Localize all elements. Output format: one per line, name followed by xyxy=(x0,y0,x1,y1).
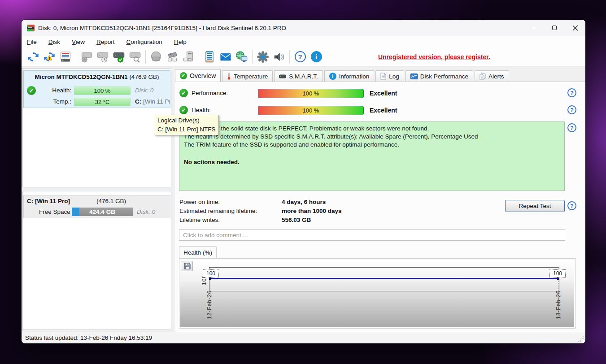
no-action-text: No actions needed. xyxy=(184,158,560,166)
minimize-button[interactable] xyxy=(523,20,544,36)
comment-input[interactable] xyxy=(179,229,565,241)
menu-file[interactable]: File xyxy=(27,39,37,45)
performance-help-icon[interactable]: ? xyxy=(567,88,576,97)
menu-view[interactable]: View xyxy=(72,39,85,45)
disk-seek-icon[interactable] xyxy=(127,49,143,65)
help-icon[interactable]: ? xyxy=(292,49,308,65)
chart-tab-health[interactable]: Health (%) xyxy=(179,246,217,259)
free-space-label: Free Space xyxy=(39,208,70,215)
detail-label: Lifetime writes: xyxy=(179,217,220,223)
toolbar: ? i Unregistered version, please registe… xyxy=(22,48,585,66)
thermometer-icon xyxy=(227,73,231,80)
health-chart-panel: 100 100 100 12-Feb-26 13-Feb-26 xyxy=(179,258,575,329)
alerts-pages-icon xyxy=(480,73,486,80)
tab-smart[interactable]: S.M.A.R.T. xyxy=(274,70,323,82)
refresh-warning-icon[interactable] xyxy=(41,49,57,65)
disk-clock-icon[interactable] xyxy=(95,49,111,65)
disk-insert-icon[interactable] xyxy=(180,49,196,65)
refresh-icon[interactable] xyxy=(25,49,41,65)
temp-label: Temp.: xyxy=(40,98,71,105)
status-line: The health of the solid state disk is PE… xyxy=(184,125,560,133)
info-icon[interactable]: i xyxy=(308,49,324,65)
network-icon[interactable] xyxy=(234,49,250,65)
disk-test-ok-icon[interactable] xyxy=(111,49,127,65)
disk-volume-ref: C: [Win 11 Pro] xyxy=(135,98,170,105)
volume-disk-number: Disk: 0 xyxy=(137,208,155,215)
toolbar-separator xyxy=(199,50,199,64)
toolbar-separator xyxy=(289,50,290,64)
resize-grip[interactable] xyxy=(577,335,584,342)
chart-xtick-label: 13-Feb-26 xyxy=(555,290,562,319)
health-status-textbox: The health of the solid state disk is PE… xyxy=(179,121,565,191)
menu-help[interactable]: Help xyxy=(174,39,187,45)
chart-point-marker xyxy=(209,277,211,280)
chart-plot-area xyxy=(209,267,559,291)
disk-acoustic-icon[interactable] xyxy=(78,49,95,65)
tab-label: Information xyxy=(339,73,370,80)
disk-list-item-selected[interactable]: Micron MTFDKCD512QGN-1BN1 (476.9 GB) ✓ H… xyxy=(23,70,170,108)
drive-letter: C: xyxy=(135,98,141,105)
repeat-test-button[interactable]: Repeat Test xyxy=(505,200,565,212)
log-page-icon xyxy=(380,73,386,80)
maximize-button[interactable] xyxy=(544,20,565,36)
overview-panel: ✓ Performance: 100 % Excellent ? ✓ Healt… xyxy=(175,82,585,332)
health-help-icon[interactable]: ? xyxy=(567,105,576,114)
disk-size: (476.9 GB) xyxy=(129,74,159,80)
menu-bar: File Disk View Report Configuration Help xyxy=(22,36,585,48)
tab-temperature[interactable]: Temperature xyxy=(222,70,273,82)
email-icon[interactable] xyxy=(218,49,234,65)
health-check-icon: ✓ xyxy=(179,106,188,114)
disk-icon xyxy=(279,74,286,78)
health-history-chart: 100 100 100 12-Feb-26 13-Feb-26 xyxy=(180,260,574,327)
unregistered-link[interactable]: Unregistered version, please register. xyxy=(378,53,490,61)
detail-value: 4 days, 6 hours xyxy=(282,199,326,205)
temp-bar: 32 °C xyxy=(74,98,131,106)
status-line: The health is determined by SSD specific… xyxy=(184,133,560,141)
volume-size: (476.1 GB) xyxy=(96,198,126,204)
toolbar-separator xyxy=(145,50,146,64)
menu-disk[interactable]: Disk xyxy=(48,39,60,45)
tab-information[interactable]: i Information xyxy=(324,70,375,82)
settings-gear-icon[interactable] xyxy=(255,49,271,65)
title-bar: Disk: 0, Micron MTFDKCD512QGN-1BN1 [2516… xyxy=(22,20,585,36)
disk-remove-icon[interactable] xyxy=(164,49,180,65)
health-row-label: Health: xyxy=(192,107,211,113)
health-gauge: 100 % xyxy=(258,106,364,115)
tooltip-line: Logical Drive(s) xyxy=(157,116,216,125)
report-icon[interactable] xyxy=(57,49,74,65)
sounds-speaker-icon[interactable] xyxy=(271,49,287,65)
status-help-icon[interactable]: ? xyxy=(567,123,576,132)
health-label: Health: xyxy=(40,87,71,94)
tab-label: Disk Performance xyxy=(420,73,468,80)
menu-report[interactable]: Report xyxy=(96,39,115,45)
disk-status-check-icon: ✓ xyxy=(27,86,36,95)
disk-list-panel: Micron MTFDKCD512QGN-1BN1 (476.9 GB) ✓ H… xyxy=(22,68,171,187)
performance-gauge: 100 % xyxy=(258,89,364,98)
tab-label: S.M.A.R.T. xyxy=(289,73,318,80)
tab-disk-performance[interactable]: Disk Performance xyxy=(405,70,473,82)
disk-item-title: Micron MTFDKCD512QGN-1BN1 (476.9 GB) xyxy=(24,74,170,80)
tab-label: Log xyxy=(389,73,399,80)
tab-label: Alerts xyxy=(488,73,504,80)
chart-point-label: 100 xyxy=(203,269,219,277)
close-button[interactable] xyxy=(565,20,585,36)
notepad-icon[interactable] xyxy=(201,49,218,65)
overview-check-icon: ✓ xyxy=(180,72,187,79)
repeat-test-help-icon[interactable]: ? xyxy=(567,201,576,210)
performance-rating: Excellent xyxy=(370,90,397,97)
performance-chart-icon xyxy=(410,74,418,79)
disk-offline-icon[interactable] xyxy=(148,49,164,65)
toolbar-separator xyxy=(252,50,253,64)
chart-series-line xyxy=(210,278,558,279)
app-window: Disk: 0, Micron MTFDKCD512QGN-1BN1 [2516… xyxy=(22,20,585,343)
volume-list-item[interactable]: C: [Win 11 Pro] (476.1 GB) Free Space 42… xyxy=(23,195,170,218)
menu-configuration[interactable]: Configuration xyxy=(126,39,162,45)
tab-log[interactable]: Log xyxy=(375,70,404,82)
used-space-segment xyxy=(72,208,79,216)
chart-save-button[interactable] xyxy=(182,261,193,271)
tooltip-line: C: [Win 11 Pro] NTFS xyxy=(157,125,216,134)
close-icon xyxy=(572,25,578,31)
tab-alerts[interactable]: Alerts xyxy=(475,70,509,82)
tab-overview[interactable]: ✓ Overview xyxy=(175,69,221,82)
toolbar-separator xyxy=(76,50,76,64)
